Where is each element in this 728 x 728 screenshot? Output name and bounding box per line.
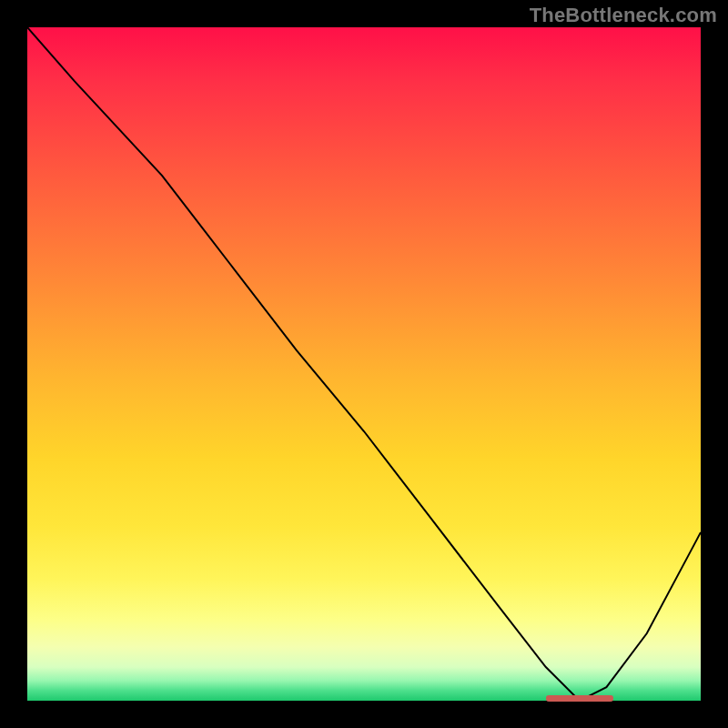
chart-frame: TheBottleneck.com <box>0 0 728 728</box>
plot-area <box>27 27 701 701</box>
attribution-text: TheBottleneck.com <box>530 4 717 27</box>
optimal-range-marker <box>546 695 613 702</box>
curve-layer <box>27 27 701 701</box>
bottleneck-curve <box>27 27 701 701</box>
